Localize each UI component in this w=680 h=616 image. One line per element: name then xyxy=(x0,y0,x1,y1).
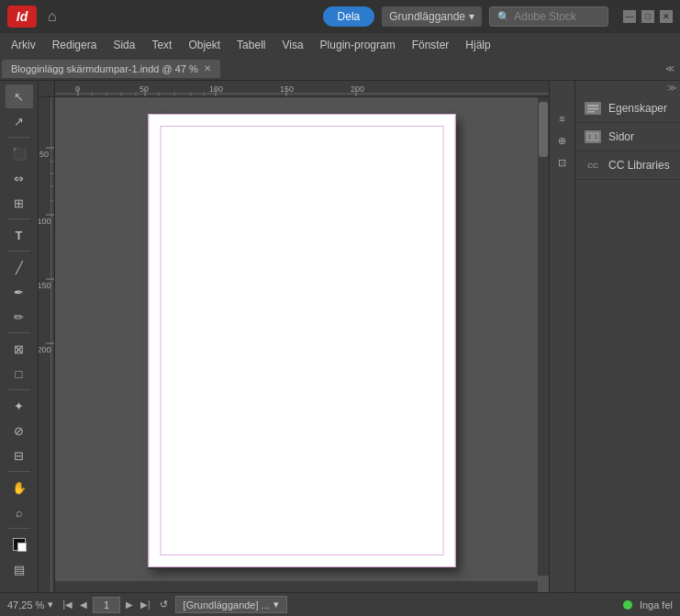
tool-separator-3 xyxy=(8,251,30,252)
menu-plugin-program[interactable]: Plugin-program xyxy=(313,36,403,54)
direct-select-tool[interactable]: ↗ xyxy=(6,109,33,133)
prev-page-button[interactable]: ◀ xyxy=(78,599,89,610)
horizontal-scrollbar[interactable] xyxy=(55,581,538,592)
menu-sida[interactable]: Sida xyxy=(106,36,142,54)
title-bar: Id ⌂ Dela Grundläggande ▾ 🔍 Adobe Stock … xyxy=(0,0,680,33)
page-container xyxy=(55,97,549,592)
last-page-button[interactable]: ▶| xyxy=(139,599,152,610)
ruler-vertical: 50 100 150 200 xyxy=(39,97,55,592)
properties-icon xyxy=(585,102,601,115)
tab-close-button[interactable]: ✕ xyxy=(204,63,211,73)
cc-libraries-label: CC Libraries xyxy=(608,159,670,172)
window-controls: — □ ✕ xyxy=(623,10,673,23)
menu-objekt[interactable]: Objekt xyxy=(181,36,228,54)
pages-panel-button[interactable]: Sidor xyxy=(575,123,680,151)
pencil-tool[interactable]: ✏ xyxy=(6,305,33,329)
type-tool[interactable]: T xyxy=(6,223,33,247)
right-mini-toolbar: ≡ ⊕ ⊡ xyxy=(549,81,574,592)
cc-libraries-icon: CC xyxy=(585,159,601,172)
properties-panel-button[interactable]: Egenskaper xyxy=(575,95,680,123)
menu-hjalp[interactable]: Hjälp xyxy=(458,36,497,54)
svg-text:50: 50 xyxy=(139,84,149,94)
workspace-dropdown[interactable]: [Grundläggande] ... ▾ xyxy=(175,596,287,613)
select-tool[interactable]: ↖ xyxy=(6,84,33,108)
mini-tool-layers[interactable]: ⊕ xyxy=(552,130,573,151)
canvas-area: 0 50 100 150 200 xyxy=(39,81,549,592)
view-mode-btn[interactable]: ▤ xyxy=(6,557,33,581)
right-panel: ≫ Egenskaper Sidor CC CC Li xyxy=(574,81,680,592)
tool-separator-6 xyxy=(8,471,30,472)
svg-rect-34 xyxy=(587,111,595,113)
app-logo: Id xyxy=(7,6,37,28)
ruler-v-svg: 50 100 150 200 xyxy=(39,97,55,592)
status-indicator xyxy=(623,600,632,610)
hand-tool[interactable]: ✋ xyxy=(6,476,33,499)
fill-stroke[interactable] xyxy=(6,532,33,556)
ruler-corner xyxy=(39,81,55,97)
tool-separator-5 xyxy=(8,389,30,390)
shape-tool[interactable]: □ xyxy=(6,362,33,386)
tool-separator-4 xyxy=(8,332,30,333)
search-placeholder-text: Adobe Stock xyxy=(514,10,576,23)
tool-separator-1 xyxy=(8,137,30,138)
pages-icon xyxy=(585,130,601,143)
status-bar: 47,25 % ▾ |◀ ◀ ▶ ▶| ↺ [Grundläggande] ..… xyxy=(0,592,680,616)
workspace: ↖ ↗ ⬛ ⇔ ⊞ T ╱ ✒ ✏ ⊠ □ ✦ ⊘ ⊟ ✋ ⌕ ▤ xyxy=(0,81,680,592)
menu-fonster[interactable]: Fönster xyxy=(405,36,457,54)
vertical-scrollbar-thumb[interactable] xyxy=(539,102,548,157)
tool-separator-2 xyxy=(8,218,30,219)
eyedropper-tool[interactable]: ⊘ xyxy=(6,419,33,442)
home-button[interactable]: ⌂ xyxy=(44,6,61,27)
transform-tool[interactable]: ✦ xyxy=(6,394,33,418)
right-panel-header: ≫ xyxy=(575,81,680,95)
doc-tab-title: Blogginlägg skärmdumpar-1.indd @ 47 % xyxy=(11,63,198,74)
document-tab[interactable]: Blogginlägg skärmdumpar-1.indd @ 47 % ✕ xyxy=(2,60,220,78)
svg-rect-35 xyxy=(587,133,592,140)
mini-tool-align[interactable]: ⊡ xyxy=(552,152,573,173)
pen-tool[interactable]: ✒ xyxy=(6,280,33,304)
next-page-button[interactable]: ▶ xyxy=(124,599,135,610)
svg-text:150: 150 xyxy=(39,281,51,290)
close-button[interactable]: ✕ xyxy=(660,10,673,23)
share-button[interactable]: Dela xyxy=(323,6,375,27)
search-box[interactable]: 🔍 Adobe Stock xyxy=(489,6,608,27)
svg-rect-32 xyxy=(587,105,598,106)
zoom-display: 47,25 % ▾ xyxy=(7,599,53,610)
svg-text:100: 100 xyxy=(39,217,51,226)
menu-redigera[interactable]: Redigera xyxy=(45,36,105,54)
mini-tool-properties[interactable]: ≡ xyxy=(552,108,573,129)
measure-tool[interactable]: ⊟ xyxy=(6,443,33,467)
first-page-button[interactable]: |◀ xyxy=(61,599,74,610)
page-number-input[interactable] xyxy=(93,597,120,613)
svg-rect-36 xyxy=(594,133,598,140)
svg-rect-33 xyxy=(587,108,598,110)
workspace-label-text: Grundläggande xyxy=(389,10,465,23)
zoom-tool[interactable]: ⌕ xyxy=(6,500,33,524)
workspace-selector[interactable]: Grundläggande ▾ xyxy=(382,6,482,27)
panel-collapse-button[interactable]: ≪ xyxy=(662,62,678,75)
page-tool[interactable]: ⬛ xyxy=(6,141,33,165)
svg-text:200: 200 xyxy=(351,84,364,94)
workspace-dropdown-text: [Grundläggande] ... xyxy=(184,599,270,610)
content-collector-tool[interactable]: ⊞ xyxy=(6,191,33,215)
menu-bar: Arkiv Redigera Sida Text Objekt Tabell V… xyxy=(0,33,680,57)
right-panel-collapse-button[interactable]: ≫ xyxy=(667,83,676,93)
menu-text[interactable]: Text xyxy=(144,36,179,54)
ruler-h-svg: 0 50 100 150 200 xyxy=(55,81,549,97)
menu-arkiv[interactable]: Arkiv xyxy=(4,36,43,54)
left-toolbar: ↖ ↗ ⬛ ⇔ ⊞ T ╱ ✒ ✏ ⊠ □ ✦ ⊘ ⊟ ✋ ⌕ ▤ xyxy=(0,81,39,592)
line-tool[interactable]: ╱ xyxy=(6,255,33,279)
frame-tool[interactable]: ⊠ xyxy=(6,337,33,361)
vertical-scrollbar[interactable] xyxy=(538,97,549,576)
minimize-button[interactable]: — xyxy=(623,10,636,23)
gap-tool[interactable]: ⇔ xyxy=(6,166,33,190)
svg-text:200: 200 xyxy=(39,345,51,354)
menu-visa[interactable]: Visa xyxy=(274,36,310,54)
search-icon: 🔍 xyxy=(497,11,510,23)
workspace-dropdown-arrow: ▾ xyxy=(273,599,279,610)
cc-libraries-panel-button[interactable]: CC CC Libraries xyxy=(575,151,680,180)
menu-tabell[interactable]: Tabell xyxy=(229,36,273,54)
maximize-button[interactable]: □ xyxy=(641,10,654,23)
page-navigation: |◀ ◀ ▶ ▶| ↺ xyxy=(61,597,167,613)
pages-label: Sidor xyxy=(608,130,634,143)
